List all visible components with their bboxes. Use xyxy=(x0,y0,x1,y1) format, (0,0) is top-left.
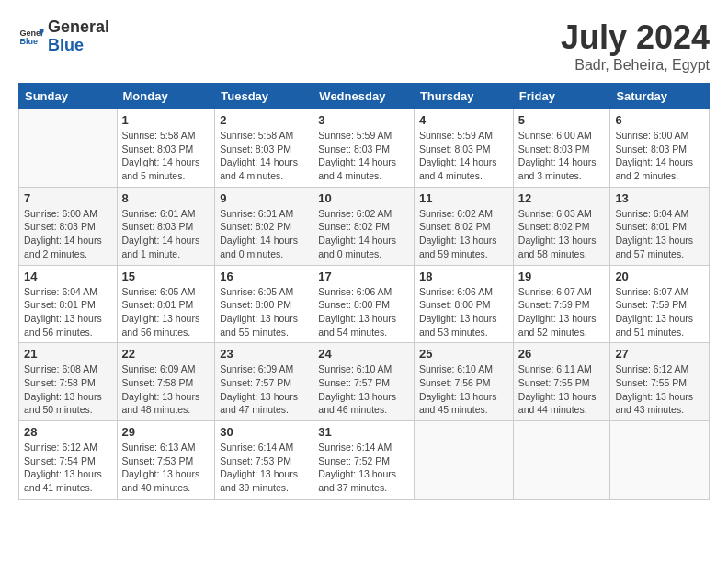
day-detail: Sunrise: 6:10 AM Sunset: 7:57 PM Dayligh… xyxy=(318,362,409,417)
calendar-cell: 18Sunrise: 6:06 AM Sunset: 8:00 PM Dayli… xyxy=(414,265,513,343)
calendar-cell: 15Sunrise: 6:05 AM Sunset: 8:01 PM Dayli… xyxy=(117,265,215,343)
column-header-friday: Friday xyxy=(513,84,610,109)
column-header-monday: Monday xyxy=(117,84,215,109)
column-header-saturday: Saturday xyxy=(610,84,710,109)
day-detail: Sunrise: 6:02 AM Sunset: 8:02 PM Dayligh… xyxy=(318,207,409,261)
day-number: 2 xyxy=(220,113,308,127)
calendar-cell: 7Sunrise: 6:00 AM Sunset: 8:03 PM Daylig… xyxy=(19,187,118,265)
day-number: 5 xyxy=(518,113,606,127)
day-detail: Sunrise: 6:06 AM Sunset: 8:00 PM Dayligh… xyxy=(419,285,508,339)
day-detail: Sunrise: 6:14 AM Sunset: 7:53 PM Dayligh… xyxy=(220,441,308,495)
week-row-1: 1Sunrise: 5:58 AM Sunset: 8:03 PM Daylig… xyxy=(19,109,710,188)
calendar-cell: 3Sunrise: 5:59 AM Sunset: 8:03 PM Daylig… xyxy=(313,109,415,188)
day-number: 12 xyxy=(518,191,606,205)
logo-general: General xyxy=(48,17,109,36)
week-row-4: 21Sunrise: 6:08 AM Sunset: 7:58 PM Dayli… xyxy=(19,343,710,421)
calendar-cell: 21Sunrise: 6:08 AM Sunset: 7:58 PM Dayli… xyxy=(19,343,118,421)
day-number: 27 xyxy=(615,347,704,361)
calendar-cell: 1Sunrise: 5:58 AM Sunset: 8:03 PM Daylig… xyxy=(117,109,215,188)
day-detail: Sunrise: 5:59 AM Sunset: 8:03 PM Dayligh… xyxy=(318,129,409,183)
day-detail: Sunrise: 6:12 AM Sunset: 7:54 PM Dayligh… xyxy=(24,441,112,495)
calendar-cell: 26Sunrise: 6:11 AM Sunset: 7:55 PM Dayli… xyxy=(513,343,610,421)
calendar-cell xyxy=(610,421,710,500)
day-number: 24 xyxy=(318,347,409,361)
day-detail: Sunrise: 6:04 AM Sunset: 8:01 PM Dayligh… xyxy=(24,285,112,339)
day-detail: Sunrise: 6:00 AM Sunset: 8:03 PM Dayligh… xyxy=(518,129,606,183)
day-number: 3 xyxy=(318,113,409,127)
calendar-cell: 6Sunrise: 6:00 AM Sunset: 8:03 PM Daylig… xyxy=(610,109,710,188)
day-detail: Sunrise: 6:08 AM Sunset: 7:58 PM Dayligh… xyxy=(24,362,112,417)
day-detail: Sunrise: 6:12 AM Sunset: 7:55 PM Dayligh… xyxy=(615,362,704,417)
calendar-cell: 24Sunrise: 6:10 AM Sunset: 7:57 PM Dayli… xyxy=(313,343,415,421)
calendar-cell: 13Sunrise: 6:04 AM Sunset: 8:01 PM Dayli… xyxy=(610,187,710,265)
day-detail: Sunrise: 6:09 AM Sunset: 7:58 PM Dayligh… xyxy=(122,362,210,417)
logo-icon: General Blue xyxy=(18,24,44,50)
calendar-cell: 28Sunrise: 6:12 AM Sunset: 7:54 PM Dayli… xyxy=(19,421,118,500)
day-detail: Sunrise: 5:59 AM Sunset: 8:03 PM Dayligh… xyxy=(419,129,508,183)
calendar-table: SundayMondayTuesdayWednesdayThursdayFrid… xyxy=(18,83,710,500)
day-detail: Sunrise: 6:07 AM Sunset: 7:59 PM Dayligh… xyxy=(518,285,606,339)
day-detail: Sunrise: 6:14 AM Sunset: 7:52 PM Dayligh… xyxy=(318,441,409,495)
calendar-cell: 30Sunrise: 6:14 AM Sunset: 7:53 PM Dayli… xyxy=(215,421,313,500)
day-number: 22 xyxy=(122,347,210,361)
day-number: 14 xyxy=(24,270,112,283)
day-number: 23 xyxy=(220,347,308,361)
day-number: 31 xyxy=(318,425,409,439)
calendar-cell: 5Sunrise: 6:00 AM Sunset: 8:03 PM Daylig… xyxy=(513,109,610,188)
day-number: 19 xyxy=(518,270,606,283)
day-number: 11 xyxy=(419,191,508,205)
page-header: General Blue General Blue July 2024 Badr… xyxy=(18,18,710,74)
calendar-cell: 19Sunrise: 6:07 AM Sunset: 7:59 PM Dayli… xyxy=(513,265,610,343)
calendar-cell: 2Sunrise: 5:58 AM Sunset: 8:03 PM Daylig… xyxy=(215,109,313,188)
day-detail: Sunrise: 6:05 AM Sunset: 8:00 PM Dayligh… xyxy=(220,285,308,339)
day-detail: Sunrise: 6:01 AM Sunset: 8:02 PM Dayligh… xyxy=(220,207,308,261)
calendar-cell: 17Sunrise: 6:06 AM Sunset: 8:00 PM Dayli… xyxy=(313,265,415,343)
day-detail: Sunrise: 6:00 AM Sunset: 8:03 PM Dayligh… xyxy=(615,129,704,183)
calendar-cell: 23Sunrise: 6:09 AM Sunset: 7:57 PM Dayli… xyxy=(215,343,313,421)
calendar-cell: 22Sunrise: 6:09 AM Sunset: 7:58 PM Dayli… xyxy=(117,343,215,421)
day-number: 28 xyxy=(24,425,112,439)
day-number: 26 xyxy=(518,347,606,361)
day-number: 10 xyxy=(318,191,409,205)
calendar-cell: 20Sunrise: 6:07 AM Sunset: 7:59 PM Dayli… xyxy=(610,265,710,343)
column-header-wednesday: Wednesday xyxy=(313,84,415,109)
logo-blue: Blue xyxy=(48,36,84,54)
day-detail: Sunrise: 6:13 AM Sunset: 7:53 PM Dayligh… xyxy=(122,441,210,495)
day-number: 15 xyxy=(122,270,210,283)
title-block: July 2024 Badr, Beheira, Egypt xyxy=(561,18,710,74)
day-number: 13 xyxy=(615,191,704,205)
week-row-5: 28Sunrise: 6:12 AM Sunset: 7:54 PM Dayli… xyxy=(19,421,710,500)
day-number: 4 xyxy=(419,113,508,127)
day-number: 8 xyxy=(122,191,210,205)
calendar-cell: 10Sunrise: 6:02 AM Sunset: 8:02 PM Dayli… xyxy=(313,187,415,265)
day-detail: Sunrise: 6:10 AM Sunset: 7:56 PM Dayligh… xyxy=(419,362,508,417)
calendar-cell: 4Sunrise: 5:59 AM Sunset: 8:03 PM Daylig… xyxy=(414,109,513,188)
calendar-cell xyxy=(19,109,118,188)
day-number: 17 xyxy=(318,270,409,283)
day-number: 21 xyxy=(24,347,112,361)
calendar-cell: 27Sunrise: 6:12 AM Sunset: 7:55 PM Dayli… xyxy=(610,343,710,421)
day-detail: Sunrise: 5:58 AM Sunset: 8:03 PM Dayligh… xyxy=(220,129,308,183)
calendar-cell: 31Sunrise: 6:14 AM Sunset: 7:52 PM Dayli… xyxy=(313,421,415,500)
day-detail: Sunrise: 5:58 AM Sunset: 8:03 PM Dayligh… xyxy=(122,129,210,183)
day-detail: Sunrise: 6:09 AM Sunset: 7:57 PM Dayligh… xyxy=(220,362,308,417)
calendar-cell: 16Sunrise: 6:05 AM Sunset: 8:00 PM Dayli… xyxy=(215,265,313,343)
day-detail: Sunrise: 6:07 AM Sunset: 7:59 PM Dayligh… xyxy=(615,285,704,339)
day-detail: Sunrise: 6:03 AM Sunset: 8:02 PM Dayligh… xyxy=(518,207,606,261)
calendar-cell: 25Sunrise: 6:10 AM Sunset: 7:56 PM Dayli… xyxy=(414,343,513,421)
column-header-thursday: Thursday xyxy=(414,84,513,109)
day-detail: Sunrise: 6:05 AM Sunset: 8:01 PM Dayligh… xyxy=(122,285,210,339)
day-detail: Sunrise: 6:01 AM Sunset: 8:03 PM Dayligh… xyxy=(122,207,210,261)
day-number: 7 xyxy=(24,191,112,205)
day-number: 30 xyxy=(220,425,308,439)
day-detail: Sunrise: 6:11 AM Sunset: 7:55 PM Dayligh… xyxy=(518,362,606,417)
calendar-cell xyxy=(513,421,610,500)
column-header-tuesday: Tuesday xyxy=(215,84,313,109)
day-number: 20 xyxy=(615,270,704,283)
logo-wordmark: General Blue xyxy=(48,18,109,55)
calendar-header-row: SundayMondayTuesdayWednesdayThursdayFrid… xyxy=(19,84,710,109)
week-row-3: 14Sunrise: 6:04 AM Sunset: 8:01 PM Dayli… xyxy=(19,265,710,343)
day-detail: Sunrise: 6:02 AM Sunset: 8:02 PM Dayligh… xyxy=(419,207,508,261)
month-title: July 2024 xyxy=(561,18,710,57)
day-number: 16 xyxy=(220,270,308,283)
